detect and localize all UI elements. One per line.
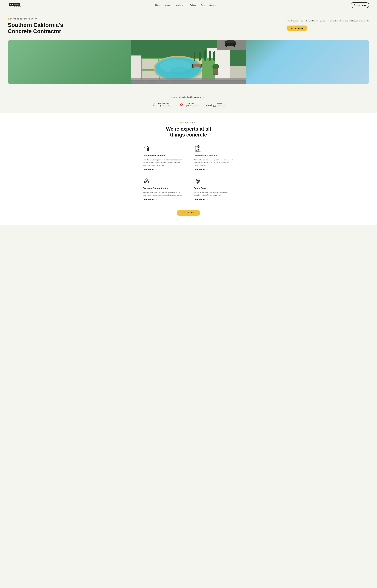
bbb-rating-score: 5.0: [213, 105, 216, 107]
call-now-button[interactable]: 📞 Call Now: [351, 2, 369, 8]
nav-about[interactable]: About: [165, 4, 170, 6]
google-logo: G: [152, 102, 157, 107]
subcontractor-learn-more-button[interactable]: LEARN MORE →: [143, 199, 157, 200]
service-demo: Demo Crew We handle concrete removal eff…: [194, 177, 234, 200]
google-rating-score: 4.9: [158, 105, 161, 107]
commercial-service-desc: We have the expertise and experience to …: [194, 159, 234, 167]
subcontractor-service-desc: Partnering with general contractors, we …: [143, 191, 183, 197]
svg-rect-55: [197, 149, 198, 150]
yelp-logo: ✿: [179, 102, 184, 107]
nav-blog[interactable]: Blog: [201, 4, 205, 6]
svg-rect-51: [196, 147, 197, 148]
phone-icon: 📞: [354, 4, 356, 6]
arrow-right-icon: →: [155, 169, 157, 171]
svg-rect-26: [213, 51, 215, 61]
svg-point-60: [146, 179, 147, 180]
google-rating-label: Google Rating: [158, 102, 171, 104]
svg-point-34: [225, 45, 227, 47]
yelp-rating-score: 5.0: [186, 105, 189, 107]
logo[interactable]: SUPREME Concrete Group: [8, 3, 21, 7]
demo-icon: [194, 177, 201, 185]
logo-sub: Concrete Group: [8, 6, 21, 7]
svg-rect-52: [197, 147, 198, 148]
services-section: OUR SERVICES We're experts at all things…: [0, 113, 377, 225]
trust-headline: Trusted by hundreds of happy customers: [8, 96, 369, 98]
service-subcontractor: Concrete Subcontractor Partnering with g…: [143, 177, 183, 200]
svg-rect-23: [199, 51, 201, 61]
svg-rect-33: [226, 40, 234, 43]
residential-service-desc: From driveways and patios to foundations…: [143, 159, 183, 167]
svg-rect-53: [199, 147, 199, 148]
demo-learn-more-button[interactable]: LEARN MORE →: [194, 199, 208, 200]
svg-point-68: [197, 180, 198, 181]
hero-section: SUPREME CONCRETE GROUP Southern Californ…: [0, 10, 377, 89]
arrow-right-icon-4: →: [206, 199, 208, 200]
google-rating-item: G Google Rating 4.9 ★★★★★: [152, 102, 171, 107]
trust-bar: Trusted by hundreds of happy customers G…: [0, 89, 377, 113]
subcontractor-service-name: Concrete Subcontractor: [143, 187, 183, 190]
demo-service-desc: We handle concrete removal efficiently a…: [194, 191, 234, 197]
arrow-right-icon-2: →: [206, 169, 208, 171]
svg-rect-25: [209, 51, 211, 61]
nav-contact[interactable]: Contact: [209, 4, 216, 6]
services-grid: Residential Concrete From driveways and …: [143, 144, 234, 200]
bbb-icon: BBB: [205, 103, 212, 107]
see-full-list-button[interactable]: SEE FULL LIST: [177, 210, 200, 216]
services-title: We're experts at all things concrete: [8, 126, 369, 138]
badge-dot: [8, 18, 9, 20]
service-residential: Residential Concrete From driveways and …: [143, 144, 183, 171]
svg-rect-49: [147, 148, 148, 150]
svg-point-59: [146, 179, 148, 181]
building-icon: [194, 144, 201, 152]
demo-service-name: Demo Crew: [194, 187, 234, 190]
svg-rect-21: [193, 64, 201, 67]
svg-point-16: [170, 67, 191, 75]
nav-links: Home About Services ▼ Gallery Blog Conta…: [155, 4, 216, 6]
chevron-down-icon: ▼: [183, 4, 185, 6]
google-icon: G: [153, 103, 155, 107]
yelp-rating-item: ✿ Yelp Rating 5.0 ★★★★★: [179, 102, 198, 107]
hero-title: Southern California's Concrete Contracto…: [8, 22, 63, 35]
logo-main: SUPREME: [9, 3, 20, 6]
svg-rect-54: [196, 149, 197, 150]
commercial-learn-more-button[interactable]: LEARN MORE →: [194, 169, 208, 171]
svg-rect-56: [199, 149, 199, 150]
ratings-row: G Google Rating 4.9 ★★★★★ ✿ Yelp Rating …: [8, 102, 369, 107]
svg-rect-28: [213, 69, 218, 75]
yelp-stars: ★★★★★: [190, 105, 198, 107]
svg-point-30: [212, 64, 219, 70]
commercial-service-name: Commercial Concrete: [194, 154, 234, 157]
svg-rect-48: [146, 149, 147, 151]
bbb-logo: BBB: [206, 102, 211, 107]
svg-rect-22: [204, 50, 206, 61]
services-badge: OUR SERVICES: [8, 122, 369, 124]
get-quote-button[interactable]: GET A QUOTE: [286, 25, 307, 31]
house-icon: [143, 144, 151, 152]
hero-image: [8, 40, 369, 84]
residential-learn-more-button[interactable]: LEARN MORE →: [143, 169, 157, 171]
svg-rect-65: [146, 181, 147, 182]
svg-point-63: [145, 182, 145, 182]
nav-gallery[interactable]: Gallery: [190, 4, 196, 6]
subcontractor-icon: [143, 177, 151, 185]
residential-service-name: Residential Concrete: [143, 154, 183, 157]
yelp-icon: ✿: [180, 103, 183, 107]
badge-dot-services: [180, 122, 182, 123]
bbb-rating-label: BBB Rating: [213, 102, 225, 104]
hero-badge: SUPREME CONCRETE GROUP: [8, 18, 63, 20]
svg-point-64: [148, 182, 149, 182]
svg-rect-46: [131, 78, 246, 84]
nav-home[interactable]: Home: [155, 4, 161, 6]
arrow-right-icon-3: →: [155, 199, 157, 200]
bbb-stars: ★★★★★: [217, 105, 225, 107]
svg-point-35: [233, 45, 235, 47]
yelp-rating-label: Yelp Rating: [186, 102, 198, 104]
service-commercial: Commercial Concrete We have the expertis…: [194, 144, 234, 171]
google-stars: ★★★★★: [163, 105, 171, 107]
navbar: SUPREME Concrete Group Home About Servic…: [0, 0, 377, 10]
nav-services[interactable]: Services ▼: [175, 4, 185, 6]
bbb-rating-item: BBB BBB Rating 5.0 ★★★★★: [206, 102, 225, 107]
hero-description: A family-owned business designed from th…: [286, 20, 369, 22]
svg-rect-58: [197, 145, 199, 146]
svg-rect-24: [194, 52, 195, 61]
